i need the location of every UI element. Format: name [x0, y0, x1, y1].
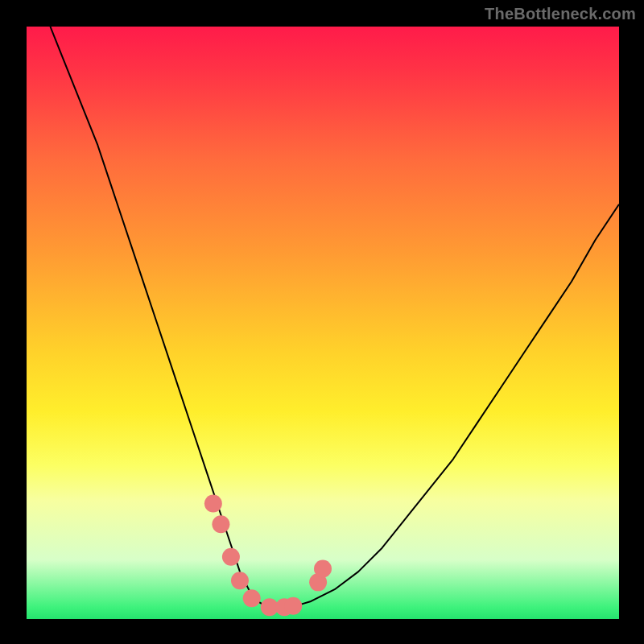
plot-area — [27, 27, 619, 619]
highlight-dot — [222, 548, 240, 566]
highlight-dot — [212, 515, 229, 533]
watermark-text: TheBottleneck.com — [485, 5, 636, 23]
highlight-dot — [314, 559, 332, 577]
highlight-dot — [204, 494, 222, 512]
chart-frame: TheBottleneck.com — [0, 0, 644, 644]
chart-svg — [27, 27, 619, 619]
highlight-dot — [243, 589, 261, 607]
highlight-dot — [284, 597, 302, 615]
highlight-dot — [231, 572, 249, 589]
curve-path — [50, 27, 619, 607]
